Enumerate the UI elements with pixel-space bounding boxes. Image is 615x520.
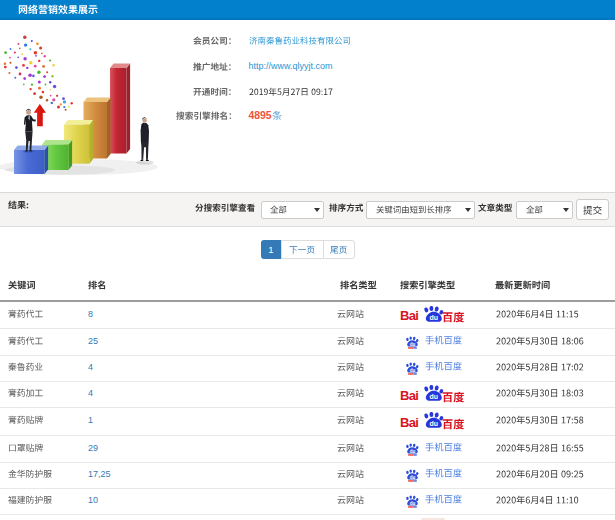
svg-text:du: du [410, 341, 416, 346]
svg-text:du: du [430, 313, 439, 320]
svg-text:du: du [430, 420, 439, 427]
svg-text:du: du [410, 475, 416, 480]
svg-text:du: du [430, 393, 439, 400]
svg-text:du: du [410, 368, 416, 373]
svg-text:du: du [410, 448, 416, 453]
svg-text:du: du [410, 501, 416, 506]
